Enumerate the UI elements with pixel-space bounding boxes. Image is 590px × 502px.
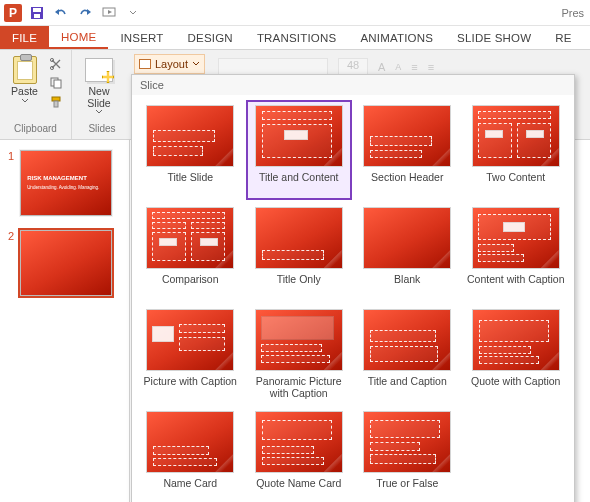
- layout-two-content[interactable]: Two Content: [464, 101, 569, 199]
- paste-button[interactable]: Paste: [6, 54, 43, 104]
- svg-rect-9: [54, 101, 58, 107]
- document-title: Pres: [561, 7, 584, 19]
- svg-rect-2: [34, 14, 40, 18]
- ribbon: Paste Clipboard New Slide Slides Layout: [0, 50, 590, 140]
- svg-rect-7: [54, 80, 61, 88]
- layout-content-with-caption[interactable]: Content with Caption: [464, 203, 569, 301]
- layout-comparison[interactable]: Comparison: [138, 203, 243, 301]
- new-slide-button[interactable]: New Slide: [78, 54, 120, 115]
- layout-name-card[interactable]: Name Card: [138, 407, 243, 502]
- chevron-down-icon: [21, 98, 29, 104]
- ribbon-tabs: FILE HOME INSERT DESIGN TRANSITIONS ANIM…: [0, 26, 590, 50]
- cut-icon[interactable]: [47, 56, 65, 72]
- layout-picture-with-caption[interactable]: Picture with Caption: [138, 305, 243, 403]
- layout-title-slide[interactable]: Title Slide: [138, 101, 243, 199]
- layout-quote-with-caption[interactable]: Quote with Caption: [464, 305, 569, 403]
- chevron-down-icon: [192, 61, 200, 67]
- layout-button[interactable]: Layout: [134, 54, 205, 74]
- tab-animations[interactable]: ANIMATIONS: [348, 26, 445, 49]
- format-painter-icon[interactable]: [47, 94, 65, 110]
- app-logo-icon: P: [4, 4, 22, 22]
- layout-title-and-content[interactable]: Title and Content: [247, 101, 352, 199]
- undo-icon[interactable]: [52, 4, 70, 22]
- gallery-theme-label: Slice: [132, 75, 574, 95]
- slide-thumbnail[interactable]: 1 RISK MANAGEMENT Understanding. Avoidin…: [0, 146, 129, 226]
- svg-rect-1: [33, 8, 41, 12]
- layout-quote-name-card[interactable]: Quote Name Card: [247, 407, 352, 502]
- layout-icon: [139, 59, 151, 69]
- copy-icon[interactable]: [47, 75, 65, 91]
- quick-access-toolbar: [28, 4, 142, 22]
- group-label-clipboard: Clipboard: [6, 123, 65, 137]
- gallery-grid: Title Slide Title and Content Section He…: [132, 95, 574, 502]
- slide-thumbnail[interactable]: 2: [0, 226, 129, 306]
- tab-home[interactable]: HOME: [49, 26, 108, 49]
- group-label-slides: Slides: [78, 123, 126, 137]
- clipboard-icon: [13, 56, 37, 84]
- layout-blank[interactable]: Blank: [355, 203, 460, 301]
- tab-design[interactable]: DESIGN: [176, 26, 245, 49]
- layout-true-or-false[interactable]: True or False: [355, 407, 460, 502]
- qat-more-icon[interactable]: [124, 4, 142, 22]
- slides-panel: 1 RISK MANAGEMENT Understanding. Avoidin…: [0, 140, 130, 502]
- layout-section-header[interactable]: Section Header: [355, 101, 460, 199]
- svg-rect-8: [52, 97, 60, 101]
- layout-panoramic-picture-with-caption[interactable]: Panoramic Picture with Caption: [247, 305, 352, 403]
- chevron-down-icon: [95, 109, 103, 115]
- tab-slideshow[interactable]: SLIDE SHOW: [445, 26, 543, 49]
- tab-file[interactable]: FILE: [0, 26, 49, 49]
- layout-title-and-caption[interactable]: Title and Caption: [355, 305, 460, 403]
- group-slides: New Slide Slides: [72, 50, 132, 139]
- tab-insert[interactable]: INSERT: [108, 26, 175, 49]
- save-icon[interactable]: [28, 4, 46, 22]
- new-slide-icon: [85, 58, 113, 82]
- redo-icon[interactable]: [76, 4, 94, 22]
- title-bar: P Pres: [0, 0, 590, 26]
- group-clipboard: Paste Clipboard: [0, 50, 72, 139]
- tab-transitions[interactable]: TRANSITIONS: [245, 26, 349, 49]
- layout-gallery: Slice Title Slide Title and Content Sect…: [131, 74, 575, 502]
- start-slideshow-icon[interactable]: [100, 4, 118, 22]
- tab-review[interactable]: RE: [543, 26, 583, 49]
- layout-title-only[interactable]: Title Only: [247, 203, 352, 301]
